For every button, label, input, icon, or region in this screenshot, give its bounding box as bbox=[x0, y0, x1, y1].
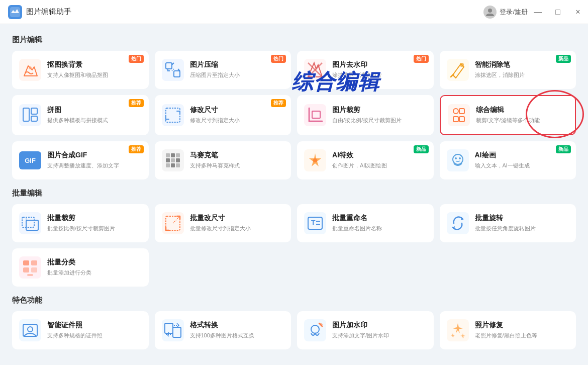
svg-point-40 bbox=[455, 157, 457, 159]
svg-rect-13 bbox=[19, 104, 41, 126]
format-desc: 支持100多种图片格式互换 bbox=[190, 332, 254, 339]
card-batch-crop[interactable]: 批量裁剪 批量按比例/按尺寸裁剪图片 bbox=[12, 204, 149, 242]
batch-rotate-name: 批量旋转 bbox=[475, 214, 536, 223]
card-resize[interactable]: 修改尺寸 修改尺寸到指定大小 推荐 bbox=[155, 95, 291, 135]
smart-erase-badge: 新品 bbox=[556, 55, 571, 63]
svg-rect-55 bbox=[23, 260, 29, 265]
batch-extra-grid: 批量分类 批量添加进行分类 bbox=[12, 248, 576, 287]
mosaic-icon bbox=[162, 149, 184, 171]
card-batch-rename[interactable]: T 批量重命名 批量重命名图片名称 bbox=[297, 204, 434, 242]
maximize-button[interactable]: □ bbox=[548, 0, 568, 24]
svg-rect-31 bbox=[171, 158, 175, 162]
batch-resize-name: 批量改尺寸 bbox=[190, 214, 251, 223]
card-composite[interactable]: 综合编辑 裁剪/文字/滤镜等多个功能 bbox=[440, 95, 576, 135]
photo-repair-desc: 老照片修复/黑白照上色等 bbox=[475, 332, 537, 339]
minimize-button[interactable]: — bbox=[528, 0, 548, 24]
matting-icon bbox=[19, 59, 41, 81]
svg-rect-56 bbox=[31, 260, 37, 265]
resize-icon bbox=[162, 104, 184, 126]
svg-rect-34 bbox=[171, 163, 175, 167]
menu-button[interactable]: ≡ bbox=[508, 0, 528, 24]
svg-rect-28 bbox=[171, 153, 175, 157]
avatar-icon bbox=[483, 6, 497, 19]
batch-rotate-icon bbox=[447, 212, 469, 234]
compress-icon bbox=[162, 59, 184, 81]
collage-name: 拼图 bbox=[47, 106, 108, 115]
user-icon bbox=[485, 8, 495, 17]
svg-rect-5 bbox=[162, 59, 184, 81]
crop-desc: 自由/按比例/按尺寸裁剪图片 bbox=[332, 117, 402, 124]
ai-paint-name: AI绘画 bbox=[475, 151, 530, 160]
card-matting[interactable]: 抠图换背景 支持人像抠图和物品抠图 热门 bbox=[12, 51, 149, 89]
card-compress[interactable]: 图片压缩 压缩图片至指定大小 热门 bbox=[155, 51, 291, 89]
card-watermark[interactable]: 图片去水印 涂抹选区，消除图片 热门 bbox=[297, 51, 434, 89]
id-photo-name: 智能证件照 bbox=[47, 321, 103, 330]
crop-icon bbox=[304, 104, 326, 126]
id-photo-icon bbox=[19, 319, 41, 341]
id-photo-desc: 支持多种规格的证件照 bbox=[47, 332, 103, 339]
close-button[interactable]: × bbox=[568, 0, 588, 24]
svg-rect-38 bbox=[447, 149, 469, 171]
svg-rect-60 bbox=[19, 319, 41, 341]
svg-rect-57 bbox=[23, 267, 29, 272]
photo-repair-name: 照片修复 bbox=[475, 321, 537, 330]
card-batch-classify[interactable]: 批量分类 批量添加进行分类 bbox=[12, 248, 149, 287]
svg-rect-19 bbox=[304, 104, 326, 126]
card-crop[interactable]: 图片裁剪 自由/按比例/按尺寸裁剪图片 bbox=[297, 95, 434, 135]
collage-badge: 推荐 bbox=[129, 99, 144, 107]
batch-classify-icon bbox=[19, 256, 41, 279]
ai-effect-icon bbox=[304, 149, 326, 171]
format-name: 格式转换 bbox=[190, 321, 254, 330]
matting-desc: 支持人像抠图和物品抠图 bbox=[47, 71, 108, 79]
smart-erase-name: 智能消除笔 bbox=[475, 60, 525, 69]
section-title-special: 特色功能 bbox=[12, 296, 576, 305]
main-content: 图片编辑 抠图换背景 支持人像抠图和物品抠图 热门 bbox=[0, 24, 588, 365]
collage-desc: 提供多种模板与拼接模式 bbox=[47, 117, 108, 124]
special-grid: 智能证件照 支持多种规格的证件照 格式转换 支持100多种图片格式互换 bbox=[12, 311, 576, 349]
photo-repair-icon bbox=[447, 319, 469, 341]
watermark-name: 图片去水印 bbox=[332, 60, 382, 69]
compress-name: 图片压缩 bbox=[190, 60, 240, 69]
card-photo-repair[interactable]: 照片修复 老照片修复/黑白照上色等 bbox=[440, 311, 576, 349]
batch-resize-icon bbox=[162, 212, 184, 234]
ai-paint-icon bbox=[447, 149, 469, 171]
card-smart-erase[interactable]: 智能消除笔 涂抹选区，消除图片 新品 bbox=[440, 51, 576, 89]
card-ai-paint[interactable]: AI绘画 输入文本，AI一键生成 新品 bbox=[440, 141, 576, 179]
batch-rename-name: 批量重命名 bbox=[332, 214, 382, 223]
batch-classify-name: 批量分类 bbox=[47, 258, 91, 267]
gif-desc: 支持调整播放速度、添加文字 bbox=[47, 162, 119, 169]
card-batch-rotate[interactable]: 批量旋转 批量按任意角度旋转图片 bbox=[440, 204, 576, 242]
svg-rect-59 bbox=[27, 274, 33, 276]
ai-effect-name: AI特效 bbox=[332, 151, 387, 160]
mosaic-desc: 支持多种马赛克样式 bbox=[190, 162, 240, 169]
batch-edit-grid: 批量裁剪 批量按比例/按尺寸裁剪图片 批量改尺寸 批量修改尺寸到指定大小 bbox=[12, 204, 576, 242]
watermark-icon bbox=[304, 59, 326, 81]
card-gif[interactable]: GIF 图片合成GIF 支持调整播放速度、添加文字 推荐 bbox=[12, 141, 149, 179]
svg-rect-21 bbox=[448, 104, 470, 126]
titlebar: 图片编辑助手 登录/注册 ≡ — □ × bbox=[0, 0, 588, 24]
card-watermark-add[interactable]: 图片加水印 支持添加文字/图片水印 bbox=[297, 311, 434, 349]
gif-icon: GIF bbox=[19, 149, 41, 171]
card-id-photo[interactable]: 智能证件照 支持多种规格的证件照 bbox=[12, 311, 149, 349]
composite-desc: 裁剪/文字/滤镜等多个功能 bbox=[476, 117, 540, 124]
svg-point-2 bbox=[488, 9, 492, 13]
app-logo-icon bbox=[8, 5, 22, 19]
card-ai-effect[interactable]: AI特效 创作图片，AI以图绘图 新品 bbox=[297, 141, 434, 179]
svg-rect-66 bbox=[304, 319, 326, 341]
watermark-add-name: 图片加水印 bbox=[332, 321, 389, 330]
svg-rect-11 bbox=[447, 59, 469, 81]
svg-rect-3 bbox=[19, 59, 41, 81]
ai-effect-badge: 新品 bbox=[414, 145, 429, 153]
svg-rect-27 bbox=[166, 153, 170, 157]
section-title-batch-edit: 批量编辑 bbox=[12, 189, 576, 198]
card-format[interactable]: 格式转换 支持100多种图片格式互换 bbox=[155, 311, 291, 349]
batch-resize-desc: 批量修改尺寸到指定大小 bbox=[190, 225, 251, 232]
card-batch-resize[interactable]: 批量改尺寸 批量修改尺寸到指定大小 bbox=[155, 204, 291, 242]
svg-rect-17 bbox=[162, 104, 184, 126]
svg-point-37 bbox=[313, 158, 317, 162]
watermark-desc: 涂抹选区，消除图片 bbox=[332, 71, 382, 79]
card-collage[interactable]: 拼图 提供多种模板与拼接模式 推荐 bbox=[12, 95, 149, 135]
gif-label: GIF bbox=[19, 151, 41, 169]
batch-crop-desc: 批量按比例/按尺寸裁剪图片 bbox=[47, 225, 115, 232]
card-mosaic[interactable]: 马赛克笔 支持多种马赛克样式 bbox=[155, 141, 291, 179]
